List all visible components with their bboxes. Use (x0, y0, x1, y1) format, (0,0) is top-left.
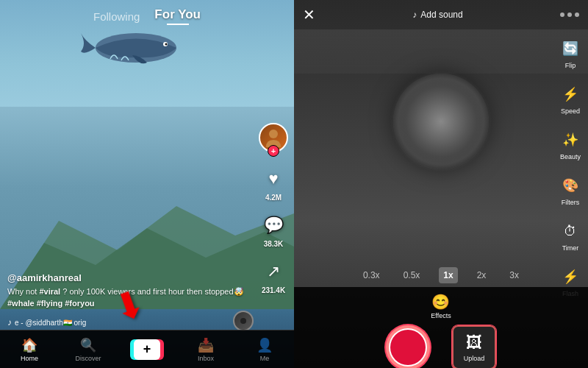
me-label: Me (260, 355, 270, 362)
speed-tool[interactable]: ⚡ Speed (559, 82, 582, 115)
music-text: e - @siddharth🇮🇳 orig (15, 319, 86, 327)
add-sound-button[interactable]: ♪ Add sound (412, 10, 462, 20)
foryou-tab[interactable]: For You (154, 7, 201, 25)
inbox-label: Inbox (198, 355, 214, 362)
beauty-label: Beauty (560, 153, 581, 160)
discover-icon: 🔍 (80, 337, 96, 353)
nav-add[interactable]: + (118, 339, 176, 360)
camera-bottom: 😊 Effects 🖼 Upload (294, 287, 588, 368)
speed-03x[interactable]: 0.3x (359, 267, 384, 283)
music-note-icon: ♪ (7, 317, 12, 328)
add-btn-white: + (134, 339, 160, 360)
music-icon: ♪ (412, 10, 417, 20)
nav-inbox[interactable]: 📥 Inbox (176, 337, 235, 362)
timer-icon: ⏱ (559, 219, 582, 243)
dot-2 (567, 13, 572, 17)
svg-point-4 (165, 43, 168, 46)
share-count: 231.4K (262, 286, 285, 294)
record-inner-circle (390, 330, 426, 365)
right-panel: ✕ ♪ Add sound 🔄 Flip ⚡ Speed ✨ Beauty 🎨 … (294, 0, 588, 368)
record-row: 🖼 Upload (294, 322, 588, 368)
top-dots (560, 13, 579, 17)
speed-1x[interactable]: 1x (439, 267, 457, 283)
home-label: Home (21, 355, 38, 362)
effects-icon: 😊 (431, 293, 450, 311)
video-info: @aamirkhanreal Why not #viral ? only 100… (7, 272, 254, 309)
like-count: 4.2M (265, 194, 282, 202)
filters-icon: 🎨 (559, 174, 582, 197)
bottom-navigation: 🏠 Home 🔍 Discover + 📥 Inbox 👤 Me (0, 330, 294, 368)
avatar-container[interactable]: + (259, 123, 288, 152)
timer-tool[interactable]: ⏱ Timer (559, 219, 582, 252)
profile-icon: 👤 (257, 337, 273, 353)
plus-icon: + (143, 342, 151, 357)
effects-button[interactable]: 😊 Effects (431, 293, 451, 319)
username: @aamirkhanreal (7, 272, 254, 283)
camera-tools: 🔄 Flip ⚡ Speed ✨ Beauty 🎨 Filters ⏱ Time… (559, 37, 582, 297)
heart-icon: ♥ (260, 166, 287, 192)
filters-label: Filters (562, 199, 580, 206)
follow-plus-icon[interactable]: + (268, 145, 279, 157)
beauty-icon: ✨ (559, 128, 582, 152)
record-button[interactable] (386, 325, 430, 368)
top-navigation: Following For You (0, 0, 294, 32)
right-actions: + ♥ 4.2M 💬 38.3K ↗ 231.4K (259, 123, 288, 294)
camera-top-bar: ✕ ♪ Add sound (294, 0, 588, 29)
speed-label: Speed (561, 107, 580, 115)
comment-button[interactable]: 💬 38.3K (260, 212, 287, 248)
upload-label: Upload (464, 355, 485, 362)
effects-row: 😊 Effects (294, 287, 588, 322)
caption: Why not #viral ? only 100K viewers and f… (7, 286, 254, 309)
svg-point-5 (269, 130, 278, 138)
flip-label: Flip (565, 62, 576, 69)
nav-home[interactable]: 🏠 Home (0, 337, 59, 362)
nav-discover[interactable]: 🔍 Discover (59, 337, 118, 362)
filters-tool[interactable]: 🎨 Filters (559, 174, 582, 206)
speed-selector: 0.3x 0.5x 1x 2x 3x (294, 267, 588, 283)
comment-count: 38.3K (264, 240, 284, 248)
upload-icon: 🖼 (466, 333, 482, 353)
share-button[interactable]: ↗ 231.4K (260, 258, 287, 294)
add-sound-label: Add sound (420, 10, 462, 20)
dot-3 (575, 13, 579, 17)
upload-button[interactable]: 🖼 Upload (452, 325, 496, 368)
dot-1 (560, 13, 564, 17)
timer-label: Timer (562, 244, 579, 252)
close-button[interactable]: ✕ (303, 6, 315, 24)
inbox-icon: 📥 (198, 337, 214, 353)
beauty-tool[interactable]: ✨ Beauty (559, 128, 582, 160)
left-panel: Following For You + ♥ 4.2M 💬 38.3K ↗ 231… (0, 0, 294, 368)
like-button[interactable]: ♥ 4.2M (260, 166, 287, 202)
home-icon: 🏠 (21, 337, 37, 353)
discover-label: Discover (75, 355, 101, 362)
nav-me[interactable]: 👤 Me (235, 337, 294, 362)
speed-3x[interactable]: 3x (505, 267, 523, 283)
flip-icon: 🔄 (559, 37, 582, 60)
microphone-fuzzy (393, 74, 489, 169)
following-tab[interactable]: Following (93, 10, 140, 23)
effects-label: Effects (431, 312, 451, 319)
speed-2x[interactable]: 2x (473, 267, 491, 283)
flip-tool[interactable]: 🔄 Flip (559, 37, 582, 69)
music-bar: ♪ e - @siddharth🇮🇳 orig (7, 317, 254, 328)
speed-05x[interactable]: 0.5x (399, 267, 425, 283)
speed-icon: ⚡ (559, 82, 582, 106)
comment-icon: 💬 (260, 212, 287, 238)
share-icon: ↗ (260, 258, 287, 285)
